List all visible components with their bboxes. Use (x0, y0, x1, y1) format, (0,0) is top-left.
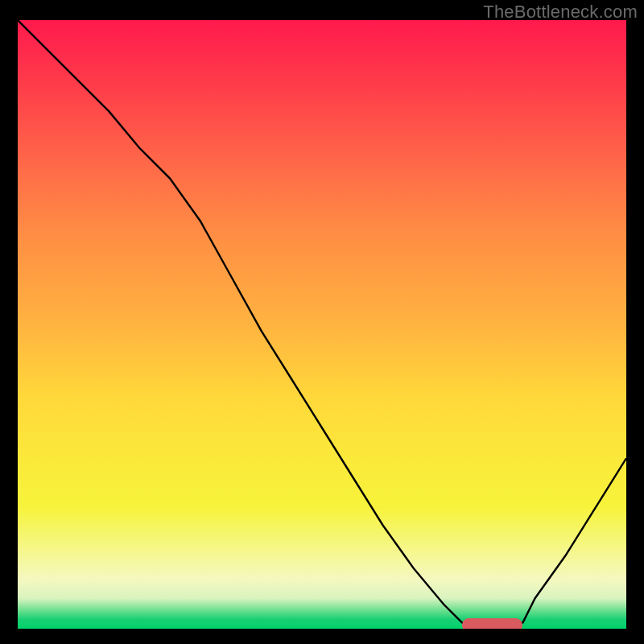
chart-container: TheBottleneck.com (0, 0, 644, 644)
plot-area (18, 20, 626, 629)
bottleneck-curve (18, 20, 626, 629)
optimal-range-marker (462, 618, 523, 629)
